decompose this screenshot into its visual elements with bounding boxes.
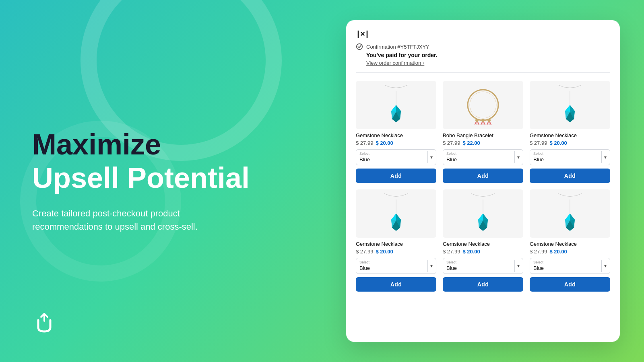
view-order-link[interactable]: View order confirmation › bbox=[366, 60, 610, 66]
confirmation-row: Confirmation #Y5TFTJXYY bbox=[356, 43, 610, 50]
headline-upsell: Upsell Potential bbox=[32, 162, 258, 194]
chevron-down-icon: ▾ bbox=[517, 154, 520, 160]
svg-marker-47 bbox=[570, 214, 575, 220]
select-value: Blue bbox=[533, 156, 544, 162]
product-image bbox=[530, 81, 610, 129]
select-inner: Select Blue bbox=[359, 260, 425, 272]
chevron-down-icon: ▾ bbox=[517, 263, 520, 269]
select-inner: Select Blue bbox=[359, 152, 425, 163]
product-card: Gemstone Necklace $ 27.99 $ 20.00 Select… bbox=[443, 189, 523, 292]
product-name: Gemstone Necklace bbox=[356, 132, 436, 138]
svg-point-9 bbox=[468, 90, 498, 120]
add-button[interactable]: Add bbox=[443, 277, 523, 292]
product-name: Gemstone Necklace bbox=[356, 241, 436, 247]
brand-logo-icon bbox=[32, 312, 56, 336]
svg-marker-5 bbox=[396, 105, 401, 112]
select-label: Select bbox=[446, 152, 512, 156]
product-image bbox=[356, 81, 436, 129]
product-prices: $ 27.99 $ 20.00 bbox=[530, 249, 610, 255]
svg-point-1 bbox=[357, 44, 362, 49]
product-card: Gemstone Necklace $ 27.99 $ 20.00 Select… bbox=[356, 189, 436, 292]
select-label: Select bbox=[533, 260, 599, 264]
product-prices: $ 27.99 $ 22.00 bbox=[443, 140, 523, 146]
svg-marker-46 bbox=[565, 214, 570, 220]
price-original: $ 27.99 bbox=[530, 140, 547, 146]
product-image-svg bbox=[380, 83, 412, 127]
product-prices: $ 27.99 $ 20.00 bbox=[443, 249, 523, 255]
price-sale: $ 20.00 bbox=[462, 249, 480, 255]
select-label: Select bbox=[533, 152, 599, 156]
product-image-svg bbox=[380, 191, 412, 236]
select-dropdown[interactable]: Select Blue ▾ bbox=[443, 149, 523, 165]
chevron-down-icon: ▾ bbox=[604, 263, 607, 269]
product-name: Boho Bangle Bracelet bbox=[443, 132, 523, 138]
select-dropdown[interactable]: Select Blue ▾ bbox=[530, 258, 610, 274]
add-button[interactable]: Add bbox=[356, 169, 436, 183]
svg-point-14 bbox=[475, 119, 479, 122]
price-original: $ 27.99 bbox=[443, 140, 460, 146]
select-dropdown[interactable]: Select Blue ▾ bbox=[443, 258, 523, 274]
price-sale: $ 20.00 bbox=[549, 249, 567, 255]
svg-point-18 bbox=[481, 119, 485, 122]
product-card: Gemstone Necklace $ 27.99 $ 20.00 Select… bbox=[356, 81, 436, 183]
check-icon bbox=[356, 43, 363, 50]
description-text: Create tailored post-checkout product re… bbox=[32, 207, 209, 233]
left-panel: Maximize Upsell Potential Create tailore… bbox=[32, 0, 258, 362]
select-inner: Select Blue bbox=[446, 260, 512, 272]
product-image-svg bbox=[467, 191, 499, 236]
select-divider bbox=[427, 260, 428, 272]
product-card: Gemstone Necklace $ 27.99 $ 20.00 Select… bbox=[530, 189, 610, 292]
product-card: Boho Bangle Bracelet $ 27.99 $ 22.00 Sel… bbox=[443, 81, 523, 183]
add-button[interactable]: Add bbox=[443, 169, 523, 183]
store-logo: |×| bbox=[356, 30, 610, 39]
chevron-down-icon: ▾ bbox=[430, 263, 433, 269]
product-card: Gemstone Necklace $ 27.99 $ 20.00 Select… bbox=[530, 81, 610, 183]
add-button[interactable]: Add bbox=[530, 277, 610, 292]
select-value: Blue bbox=[446, 156, 457, 162]
order-header: |×| Confirmation #Y5TFTJXYY You've paid … bbox=[356, 30, 610, 73]
select-dropdown[interactable]: Select Blue ▾ bbox=[530, 149, 610, 165]
select-divider bbox=[601, 151, 602, 163]
product-name: Gemstone Necklace bbox=[443, 241, 523, 247]
svg-marker-39 bbox=[478, 214, 483, 220]
select-label: Select bbox=[359, 152, 425, 156]
add-button[interactable]: Add bbox=[530, 169, 610, 183]
select-dropdown[interactable]: Select Blue ▾ bbox=[356, 149, 436, 165]
select-value: Blue bbox=[533, 265, 544, 271]
select-inner: Select Blue bbox=[446, 152, 512, 163]
price-original: $ 27.99 bbox=[530, 249, 547, 255]
product-name: Gemstone Necklace bbox=[530, 241, 610, 247]
confirmation-number: Confirmation #Y5TFTJXYY bbox=[366, 44, 429, 50]
product-image bbox=[530, 189, 610, 238]
select-label: Select bbox=[359, 260, 425, 264]
chevron-down-icon: ▾ bbox=[604, 154, 607, 160]
products-grid: Gemstone Necklace $ 27.99 $ 20.00 Select… bbox=[356, 81, 610, 292]
product-name: Gemstone Necklace bbox=[530, 132, 610, 138]
product-image-svg bbox=[463, 85, 503, 125]
add-button[interactable]: Add bbox=[356, 277, 436, 292]
price-sale: $ 22.00 bbox=[462, 140, 480, 146]
select-dropdown[interactable]: Select Blue ▾ bbox=[356, 258, 436, 274]
select-value: Blue bbox=[446, 265, 457, 271]
price-original: $ 27.99 bbox=[356, 249, 373, 255]
product-prices: $ 27.99 $ 20.00 bbox=[356, 249, 436, 255]
select-label: Select bbox=[446, 260, 512, 264]
select-divider bbox=[514, 151, 515, 163]
right-panel: |×| Confirmation #Y5TFTJXYY You've paid … bbox=[346, 20, 620, 342]
select-value: Blue bbox=[359, 265, 370, 271]
chevron-down-icon: ▾ bbox=[430, 154, 433, 160]
svg-marker-26 bbox=[570, 105, 575, 112]
logo bbox=[32, 312, 56, 338]
product-prices: $ 27.99 $ 20.00 bbox=[356, 140, 436, 146]
price-sale: $ 20.00 bbox=[376, 249, 393, 255]
product-prices: $ 27.99 $ 20.00 bbox=[530, 140, 610, 146]
price-original: $ 27.99 bbox=[356, 140, 373, 146]
svg-point-22 bbox=[487, 119, 491, 122]
svg-marker-32 bbox=[391, 214, 396, 220]
paid-text: You've paid for your order. bbox=[366, 52, 610, 58]
svg-marker-25 bbox=[565, 105, 570, 112]
price-original: $ 27.99 bbox=[443, 249, 460, 255]
svg-point-10 bbox=[470, 92, 496, 118]
svg-marker-40 bbox=[483, 214, 488, 220]
price-sale: $ 20.00 bbox=[549, 140, 567, 146]
